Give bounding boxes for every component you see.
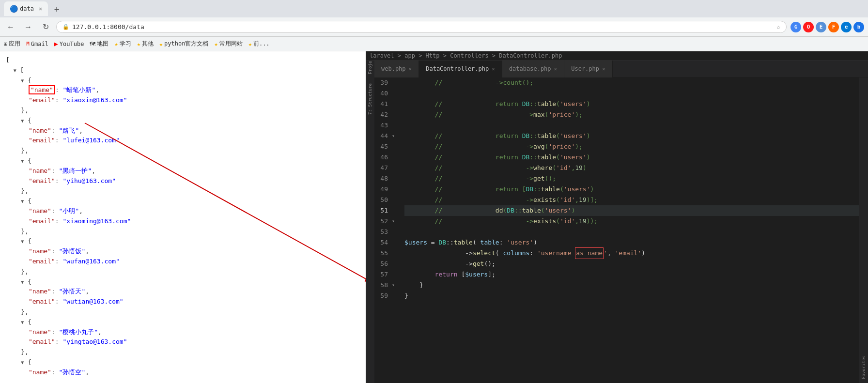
gutter-43	[392, 120, 403, 131]
python-icon: ★	[159, 41, 163, 47]
tab-user-php[interactable]: User.php ✕	[564, 61, 612, 77]
tab-database-php[interactable]: database.php ✕	[502, 61, 564, 77]
bookmark-study[interactable]: ★ 学习	[114, 40, 131, 48]
code-line-41: // return DB::table('users')	[404, 99, 859, 109]
edge-icon[interactable]: E	[816, 22, 826, 32]
gmail-icon: M	[26, 41, 30, 47]
opera-icon[interactable]: O	[803, 22, 814, 32]
bookmark-gmail[interactable]: M Gmail	[26, 41, 48, 47]
json-outer-open: ▼ [	[0, 65, 366, 76]
gutter-58: ▾	[392, 280, 403, 291]
code-line-43	[404, 120, 859, 131]
gutter-44: ▾	[392, 131, 403, 141]
tab-web-php[interactable]: web.php ✕	[374, 61, 419, 77]
code-line-44: // return DB::table('users')	[404, 131, 859, 141]
code-comment-46: // return DB::table('users')	[404, 152, 590, 163]
json-entry-7-name: "name": "樱桃小丸子",	[0, 327, 366, 337]
json-entry-4-email: "email": "xiaoming@163.com"	[0, 216, 366, 227]
method-get: get	[473, 259, 484, 269]
tab-datacontroller-php[interactable]: DataController.php ✕	[419, 61, 502, 77]
line-num-39: 39	[376, 77, 388, 88]
favorites-panel: Favorites	[859, 77, 868, 383]
gutter-54	[392, 237, 403, 248]
tab-user-label: User.php	[571, 65, 599, 72]
tab-web-php-close[interactable]: ✕	[409, 66, 412, 72]
address-field[interactable]: 🔒 127.0.0.1:8000/data ☆	[56, 21, 787, 33]
firefox-icon[interactable]: F	[828, 22, 839, 32]
gutter-56	[392, 259, 403, 269]
tab-database-close[interactable]: ✕	[554, 66, 558, 72]
code-line-48: // ->get();	[404, 173, 859, 184]
ide-tabs: 1: Project web.php ✕ DataController.php …	[366, 61, 868, 77]
op-scope: ::	[446, 237, 454, 248]
chrome-icon[interactable]: G	[790, 22, 801, 32]
browser-chrome: 🔵 data ✕ + ← → ↻ 🔒 127.0.0.1:8000/data ☆…	[0, 0, 868, 51]
json-entry-6-email: "email": "wutian@163.com"	[0, 297, 366, 307]
paren-open: (	[473, 237, 477, 248]
line-num-50: 50	[376, 195, 388, 205]
json-entry-8-name: "name": "孙悟空",	[0, 368, 366, 378]
bookmark-more[interactable]: ★ 前...	[248, 40, 270, 48]
key-name-highlight: "name"	[29, 85, 55, 94]
bookmarks-bar: ⊞ 应用 M Gmail ▶ YouTube 🗺 地图 ★ 学习 ★ 其他 ★ …	[0, 37, 868, 51]
ext-icon[interactable]: b	[853, 22, 864, 32]
url-text: 127.0.0.1:8000/data	[72, 23, 774, 31]
tab-user-close[interactable]: ✕	[602, 66, 605, 72]
code-line-42: // ->max('price');	[404, 109, 859, 120]
code-comment-48: // ->get();	[404, 173, 556, 184]
line-num-46: 46	[376, 152, 388, 163]
tab-datacontroller-label: DataController.php	[426, 65, 489, 72]
main-area: [ ▼ [ ▼ { "name": "蜡笔小新", "email": "xiao…	[0, 51, 868, 383]
code-lines: // ->count(); // return DB::table('users…	[403, 77, 859, 383]
new-tab-button[interactable]: +	[50, 2, 63, 15]
code-comment-49: // return [DB::table('users')	[404, 184, 594, 195]
active-tab[interactable]: 🔵 data ✕	[4, 1, 48, 16]
line-num-56: 56	[376, 259, 388, 269]
code-comment-42: // ->max('price');	[404, 109, 583, 120]
string-quote-end: '	[604, 248, 607, 259]
gutter-41	[392, 99, 403, 109]
bookmark-youtube[interactable]: ▶ YouTube	[54, 40, 84, 47]
line-num-40: 40	[376, 88, 388, 99]
json-entry-7-open: ▼ {	[0, 317, 366, 327]
json-entry-1-email: "email": "xiaoxin@163.com"	[0, 95, 366, 106]
reload-button[interactable]: ↻	[39, 20, 52, 34]
gutter: ▾ ▾ ▾	[392, 77, 403, 383]
bookmark-python[interactable]: ★ python官方文档	[159, 40, 209, 48]
gutter-47	[392, 163, 403, 173]
bookmark-apps[interactable]: ⊞ 应用	[4, 40, 20, 48]
colon-55: :	[529, 248, 537, 259]
line-num-51: 51	[376, 205, 388, 216]
bookmark-maps[interactable]: 🗺 地图	[90, 40, 108, 48]
bookmark-common[interactable]: ★ 常用网站	[214, 40, 242, 48]
gutter-39	[392, 77, 403, 88]
other-icon: ★	[137, 41, 140, 47]
tab-bar: 🔵 data ✕ +	[0, 0, 868, 17]
code-line-56: -> get ();	[404, 259, 859, 269]
bookmark-other[interactable]: ★ 其他	[137, 40, 154, 48]
browser-actions: G O E F e b	[790, 22, 864, 32]
tab-close[interactable]: ✕	[39, 5, 42, 12]
code-comment-44: // return DB::table('users')	[404, 131, 590, 141]
op-assign: =	[427, 237, 438, 248]
line-num-55: 55	[376, 248, 388, 259]
gmail-label: Gmail	[31, 41, 48, 47]
json-entry-5-close: },	[0, 267, 366, 277]
code-line-51: // dd(DB::table('users')	[404, 205, 859, 216]
tab-datacontroller-close[interactable]: ✕	[492, 66, 495, 72]
more-icon: ★	[248, 41, 252, 47]
code-line-54: $users = DB :: table ( table : 'users' )	[404, 237, 859, 248]
ie-icon[interactable]: e	[841, 22, 852, 32]
star-icon[interactable]: ☆	[776, 23, 780, 31]
fold-icon-58: ▾	[392, 280, 395, 291]
string-email: 'email'	[615, 248, 642, 259]
code-comment-45: // ->avg('price');	[404, 141, 583, 152]
common-icon: ★	[214, 41, 217, 47]
line-num-59: 59	[376, 291, 388, 301]
structure-panel: 7: Structure	[366, 77, 374, 383]
forward-button[interactable]: →	[21, 20, 35, 34]
back-button[interactable]: ←	[4, 20, 17, 34]
code-line-57: return [ $users ];	[404, 269, 859, 280]
maps-icon: 🗺	[90, 41, 95, 47]
param-columns: columns	[499, 248, 530, 259]
